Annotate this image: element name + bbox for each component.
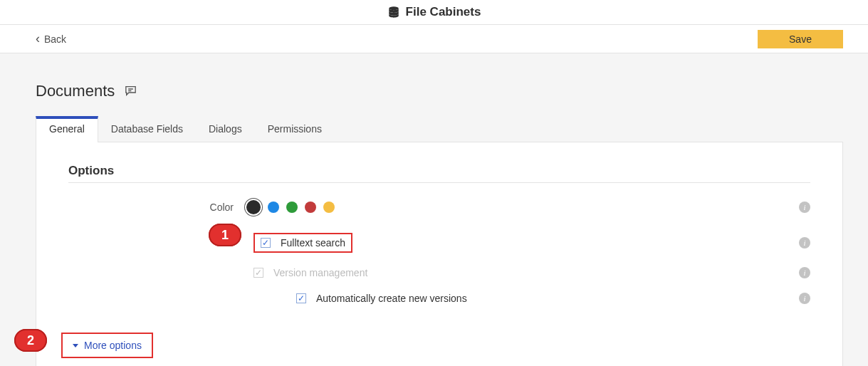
color-swatch-black[interactable] [246,200,261,214]
app-header: File Cabinets [0,0,868,25]
app-title-text: File Cabinets [406,5,481,19]
annotation-callout-2: 2 [14,329,47,352]
color-swatch-blue[interactable] [268,202,279,213]
annotation-callout-1: 1 [209,224,241,246]
tab-dialogs[interactable]: Dialogs [196,116,255,142]
app-title: File Cabinets [387,5,481,19]
content-canvas: Documents General Database Fields Dialog… [0,53,868,366]
options-heading: Options [68,164,810,183]
back-label: Back [44,33,66,45]
more-options-label: More options [84,340,142,351]
comment-icon[interactable] [125,82,137,100]
auto-versions-row: Automatically create new versions i [296,293,810,304]
database-icon [387,6,400,19]
svg-point-0 [389,6,399,10]
callout-text: 1 [221,228,229,243]
page-title: Documents [36,82,115,100]
auto-versions-label: Automatically create new versions [316,293,467,304]
color-swatch-amber[interactable] [323,202,335,213]
auto-versions-checkbox[interactable] [296,293,306,303]
color-label: Color [68,202,246,213]
options-panel: Options Color i Fulltext search i Ve [36,142,843,366]
back-button[interactable]: Back [36,31,66,46]
action-bar: Back Save [0,25,868,53]
color-swatches [246,200,335,214]
color-swatch-green[interactable] [286,202,298,213]
tab-general[interactable]: General [36,116,98,142]
info-icon[interactable]: i [799,202,810,213]
callout-text: 2 [27,333,34,348]
more-options-toggle[interactable]: More options [61,333,153,358]
tab-label: Permissions [268,123,322,135]
tab-label: General [49,123,85,135]
fulltext-row: Fulltext search i [253,233,810,253]
version-mgmt-label: Version management [273,267,367,278]
version-mgmt-checkbox [253,268,263,278]
info-icon[interactable]: i [799,267,810,278]
fulltext-checkbox[interactable] [261,238,271,248]
tab-database-fields[interactable]: Database Fields [98,116,196,142]
color-row: Color i [68,200,810,214]
fulltext-label: Fulltext search [281,237,345,249]
tab-permissions[interactable]: Permissions [255,116,335,142]
info-icon[interactable]: i [799,293,810,304]
page-title-row: Documents [36,82,843,100]
color-swatch-red[interactable] [305,202,316,213]
save-button[interactable]: Save [758,30,843,48]
tab-label: Dialogs [209,123,242,135]
annotation-box-1: Fulltext search [253,233,352,253]
tab-label: Database Fields [111,123,183,135]
info-icon[interactable]: i [799,237,810,249]
tab-bar: General Database Fields Dialogs Permissi… [36,116,843,142]
version-mgmt-row: Version management i [253,267,810,278]
